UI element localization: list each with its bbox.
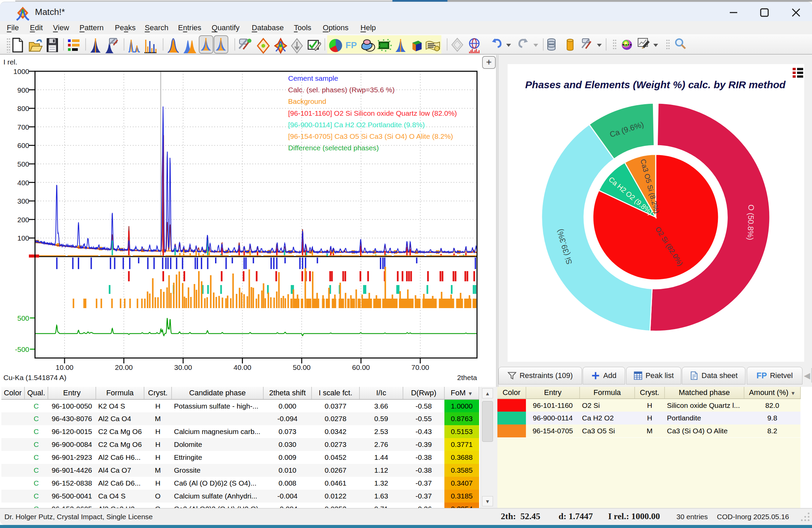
svg-text:Cu-Ka (1.541874 A): Cu-Ka (1.541874 A) (3, 374, 67, 381)
svg-text:300: 300 (17, 197, 29, 205)
svg-text:Cement sample: Cement sample (288, 74, 338, 82)
svg-text:600: 600 (17, 141, 29, 149)
svg-text:700: 700 (17, 123, 29, 131)
svg-text:200: 200 (17, 216, 29, 224)
svg-text:I rel.: I rel. (3, 58, 17, 66)
svg-text:500: 500 (17, 160, 29, 168)
svg-text:70.00: 70.00 (411, 363, 430, 371)
svg-text:[96-101-1160] O2 Si Silicon ox: [96-101-1160] O2 Si Silicon oxide Quartz… (288, 109, 457, 117)
svg-text:40.00: 40.00 (233, 363, 251, 371)
svg-text:2theta: 2theta (457, 374, 477, 381)
svg-text:[96-154-0705] Ca3 O5 Si Ca3 (S: [96-154-0705] Ca3 O5 Si Ca3 (Si O4) O Al… (288, 132, 453, 140)
svg-text:Background: Background (288, 97, 326, 105)
svg-text:1000: 1000 (13, 67, 29, 75)
svg-text:60.00: 60.00 (352, 363, 370, 371)
svg-text:800: 800 (17, 105, 29, 112)
svg-text:O (50.8%): O (50.8%) (746, 204, 756, 240)
svg-text:50.00: 50.00 (293, 363, 311, 371)
svg-text:30.00: 30.00 (174, 363, 192, 371)
svg-text:Difference (selected phases): Difference (selected phases) (288, 144, 379, 152)
svg-text:400: 400 (17, 179, 29, 187)
svg-text:Phases and Elements (Weight %): Phases and Elements (Weight %) calc. by … (525, 79, 786, 90)
svg-text:-500: -500 (15, 345, 29, 353)
svg-text:100: 100 (17, 234, 29, 242)
svg-text:500: 500 (17, 314, 29, 322)
svg-text:900: 900 (17, 86, 29, 94)
svg-text:Calc. (sel. phases) (Rwp=35.6: Calc. (sel. phases) (Rwp=35.6 %) (288, 86, 394, 94)
svg-text:[96-900-0114] Ca H2 O2 Portlan: [96-900-0114] Ca H2 O2 Portlandite (9.8%… (288, 121, 425, 129)
svg-text:10.00: 10.00 (56, 363, 74, 371)
svg-text:20.00: 20.00 (115, 363, 133, 371)
